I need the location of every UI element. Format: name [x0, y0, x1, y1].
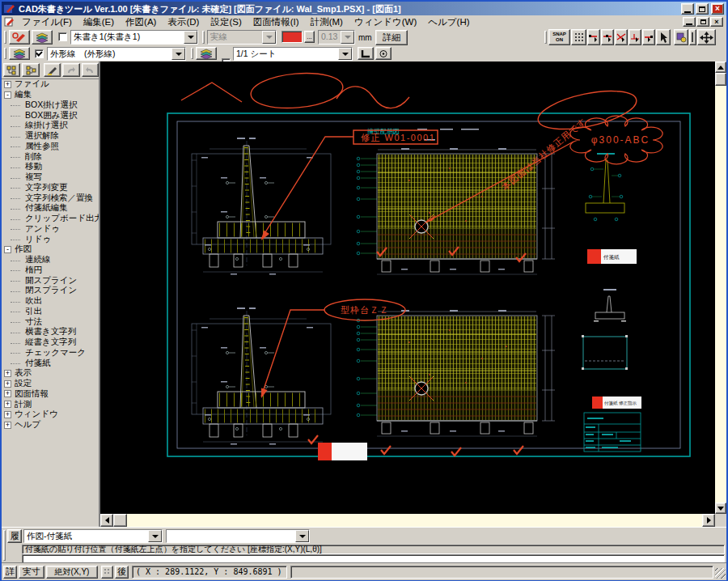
snap-on-button[interactable]: SNAPON — [548, 29, 570, 45]
scroll-left-button[interactable] — [100, 514, 113, 527]
sidebar-tree-item[interactable]: 線掛け選択 — [2, 121, 99, 131]
sidebar-tree-item[interactable]: 編集 — [2, 90, 99, 100]
tree-view1-button[interactable] — [3, 63, 20, 77]
tree-expand-icon[interactable] — [15, 205, 22, 212]
tree-expand-icon[interactable] — [15, 215, 22, 223]
snap-endpoint-button[interactable] — [587, 29, 600, 45]
sidebar-tree-item[interactable]: 図面情報 — [2, 389, 99, 400]
sidebar-tree-item[interactable]: 付箋紙 — [2, 358, 99, 368]
combo-arrow-icon[interactable] — [295, 530, 309, 542]
tree-expand-icon[interactable] — [15, 153, 22, 160]
tree-expand-icon[interactable] — [15, 349, 22, 356]
tree-expand-icon[interactable] — [15, 359, 22, 367]
line-color-swatch[interactable] — [281, 31, 303, 43]
panel-grip[interactable] — [3, 530, 6, 561]
layer-list-button[interactable] — [9, 47, 30, 60]
tree-expand-icon[interactable] — [15, 307, 22, 315]
grid-button[interactable] — [571, 29, 586, 45]
tree-expand-icon[interactable] — [15, 339, 22, 346]
coord-next-button[interactable]: 後 — [115, 566, 129, 579]
tree-expand-icon[interactable] — [4, 422, 11, 429]
sidebar-tree-item[interactable]: 削除 — [2, 151, 99, 162]
drawing-area[interactable]: 擁壁配筋図 付箋紙 付箋紙 修正指 — [100, 61, 715, 514]
sidebar-tree-item[interactable]: BOX囲み選択 — [2, 110, 99, 121]
tree-expand-icon[interactable] — [15, 257, 22, 264]
tree-expand-icon[interactable] — [15, 133, 22, 140]
tree-expand-icon[interactable] — [15, 277, 22, 284]
sticky-note-3[interactable] — [318, 443, 367, 460]
sheet-combo[interactable]: 1/1 シート — [233, 47, 353, 61]
sidebar-tree-item[interactable]: 寸法 — [2, 316, 99, 327]
status-detail-button[interactable]: 詳 — [3, 566, 17, 579]
tree-expand-icon[interactable] — [15, 174, 22, 181]
menu-item[interactable]: 図面情報(I) — [248, 15, 305, 29]
tree-expand-icon[interactable] — [15, 329, 22, 336]
tree-expand-icon[interactable] — [15, 101, 22, 108]
vertical-scroll-thumb[interactable] — [715, 73, 726, 86]
tree-expand-icon[interactable] — [15, 318, 22, 325]
menu-item[interactable]: 設定(S) — [205, 15, 247, 29]
scroll-down-button[interactable] — [715, 503, 726, 514]
detail-button[interactable]: 詳細 — [375, 30, 408, 45]
sidebar-tree-item[interactable]: アンドゥ — [2, 224, 99, 235]
sidebar-tree-item[interactable]: 文字列変更 — [2, 183, 99, 193]
parameter-combo[interactable] — [166, 529, 310, 543]
sidebar-tree-item[interactable]: 作図 — [2, 244, 99, 255]
frame-corner-button[interactable] — [358, 47, 374, 60]
sidebar-tree-item[interactable]: BOX掛け選択 — [2, 100, 99, 111]
sheet-list-button[interactable] — [196, 47, 217, 60]
sidebar-tree-item[interactable]: ウィンドウ — [2, 409, 99, 420]
pan-button[interactable] — [697, 29, 716, 45]
sidebar-tree-item[interactable]: 楕円 — [2, 265, 99, 276]
scroll-up-button[interactable] — [715, 61, 726, 73]
mdi-close-button[interactable]: × — [710, 17, 723, 27]
menu-item[interactable]: ファイル(F) — [16, 15, 78, 29]
sidebar-tree-item[interactable]: 複写 — [2, 172, 99, 183]
menu-item[interactable]: 表示(D) — [162, 15, 205, 29]
close-button[interactable]: × — [711, 3, 724, 15]
toolbar-grip[interactable] — [202, 31, 205, 44]
tree-expand-icon[interactable] — [15, 298, 22, 305]
menu-item[interactable]: 作図(A) — [120, 15, 162, 29]
sidebar-tree-item[interactable]: 吹出 — [2, 296, 99, 307]
coord-prev-button[interactable] — [101, 566, 113, 579]
toolbar-grip[interactable] — [4, 31, 6, 44]
redline-pen-button[interactable] — [9, 30, 30, 45]
scroll-right-button[interactable] — [702, 514, 715, 527]
sidebar-tree-item[interactable]: 属性参照 — [2, 142, 99, 152]
sidebar-tree-item[interactable]: 付箋紙編集 — [2, 203, 99, 214]
sidebar-tree-item[interactable]: 閉スプライン — [2, 286, 99, 296]
cad-canvas[interactable]: 擁壁配筋図 付箋紙 付箋紙 修正指 — [100, 61, 715, 514]
snap-intersection-button[interactable] — [615, 29, 628, 45]
tree-expand-icon[interactable] — [4, 411, 11, 418]
select-cursor-button[interactable] — [656, 29, 671, 45]
tree-expand-icon[interactable] — [15, 287, 22, 295]
sidebar-tree-item[interactable]: 縦書き文字列 — [2, 337, 99, 348]
tree-expand-icon[interactable] — [4, 246, 11, 253]
sidebar-tree-item[interactable]: 計測 — [2, 399, 99, 409]
menu-item[interactable]: 編集(E) — [78, 15, 120, 29]
coord-mode-button[interactable]: 絶対(X,Y) — [46, 566, 98, 579]
maximize-button[interactable] — [696, 3, 709, 15]
menu-item[interactable]: ウィンドウ(W) — [349, 15, 422, 29]
redo-button[interactable] — [82, 63, 99, 77]
tree-expand-icon[interactable] — [15, 225, 22, 232]
view-rotate-button[interactable] — [674, 29, 688, 45]
layer-combo[interactable]: 外形線 (外形線) — [47, 47, 186, 61]
tree-expand-icon[interactable] — [15, 194, 22, 201]
layers-button[interactable] — [32, 30, 53, 45]
status-scale-button[interactable]: 実寸 — [19, 566, 44, 579]
sidebar-tree-item[interactable]: チェックマーク — [2, 348, 99, 358]
snap-online-button[interactable] — [642, 29, 655, 45]
menu-item[interactable]: ヘルプ(H) — [422, 15, 475, 29]
tree-expand-icon[interactable] — [15, 142, 22, 150]
redline-layer-combo[interactable]: 朱書き1(朱書き1) — [70, 30, 198, 45]
tree-expand-icon[interactable] — [4, 370, 11, 377]
combo-arrow-icon[interactable] — [184, 31, 197, 44]
tree-expand-icon[interactable] — [4, 390, 11, 397]
toolbar-grip[interactable] — [4, 48, 6, 59]
toolbar-grip[interactable] — [191, 48, 193, 59]
tree-expand-icon[interactable] — [15, 266, 22, 274]
origin-button[interactable] — [375, 47, 392, 60]
mdi-restore-button[interactable] — [696, 17, 709, 27]
